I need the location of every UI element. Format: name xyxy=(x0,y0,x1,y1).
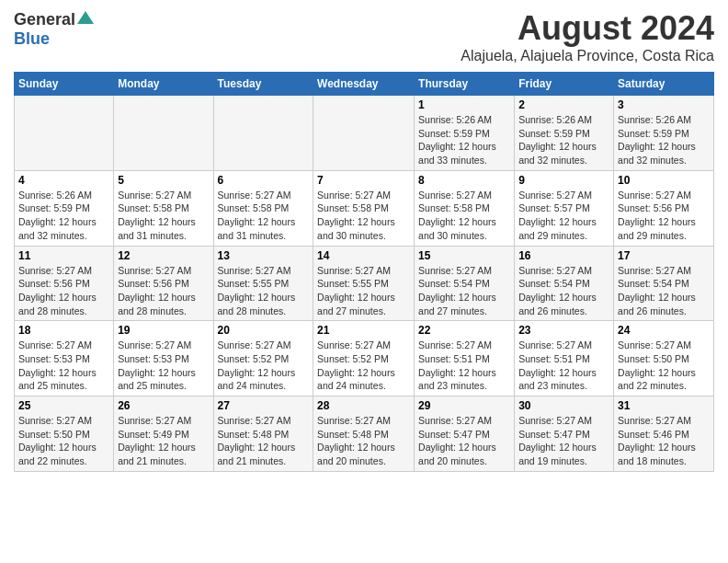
calendar-cell: 9Sunrise: 5:27 AM Sunset: 5:57 PM Daylig… xyxy=(515,170,614,246)
calendar-cell: 4Sunrise: 5:26 AM Sunset: 5:59 PM Daylig… xyxy=(15,170,114,246)
header-day-thursday: Thursday xyxy=(415,73,515,96)
calendar-cell: 14Sunrise: 5:27 AM Sunset: 5:55 PM Dayli… xyxy=(313,246,415,321)
logo-blue: Blue xyxy=(14,29,50,49)
day-info: Sunrise: 5:27 AM Sunset: 5:58 PM Dayligh… xyxy=(418,189,510,243)
day-info: Sunrise: 5:27 AM Sunset: 5:56 PM Dayligh… xyxy=(18,264,109,318)
calendar-cell xyxy=(213,96,313,171)
header-day-tuesday: Tuesday xyxy=(213,73,313,96)
day-info: Sunrise: 5:27 AM Sunset: 5:56 PM Dayligh… xyxy=(618,189,710,243)
header-day-saturday: Saturday xyxy=(614,73,714,96)
calendar-cell: 26Sunrise: 5:27 AM Sunset: 5:49 PM Dayli… xyxy=(114,396,213,472)
calendar-cell: 3Sunrise: 5:26 AM Sunset: 5:59 PM Daylig… xyxy=(614,96,714,171)
day-info: Sunrise: 5:26 AM Sunset: 5:59 PM Dayligh… xyxy=(18,189,109,243)
day-number: 9 xyxy=(518,174,609,187)
day-number: 21 xyxy=(317,324,410,337)
day-number: 31 xyxy=(618,399,710,412)
calendar-cell xyxy=(15,96,114,171)
day-number: 30 xyxy=(518,399,609,412)
day-number: 29 xyxy=(418,399,510,412)
svg-marker-0 xyxy=(77,11,94,24)
day-info: Sunrise: 5:27 AM Sunset: 5:51 PM Dayligh… xyxy=(418,339,510,393)
day-number: 18 xyxy=(18,324,109,337)
day-info: Sunrise: 5:27 AM Sunset: 5:49 PM Dayligh… xyxy=(118,414,209,468)
logo-icon xyxy=(77,9,94,26)
calendar-cell: 29Sunrise: 5:27 AM Sunset: 5:47 PM Dayli… xyxy=(415,396,515,472)
day-number: 28 xyxy=(317,399,410,412)
calendar-cell: 13Sunrise: 5:27 AM Sunset: 5:55 PM Dayli… xyxy=(213,246,313,321)
day-number: 8 xyxy=(418,174,510,187)
day-number: 14 xyxy=(317,249,410,262)
day-info: Sunrise: 5:27 AM Sunset: 5:47 PM Dayligh… xyxy=(418,414,510,468)
calendar-week-row: 25Sunrise: 5:27 AM Sunset: 5:50 PM Dayli… xyxy=(15,396,714,472)
day-info: Sunrise: 5:27 AM Sunset: 5:58 PM Dayligh… xyxy=(317,189,410,243)
day-info: Sunrise: 5:27 AM Sunset: 5:52 PM Dayligh… xyxy=(317,339,410,393)
calendar-cell: 25Sunrise: 5:27 AM Sunset: 5:50 PM Dayli… xyxy=(15,396,114,472)
calendar-week-row: 4Sunrise: 5:26 AM Sunset: 5:59 PM Daylig… xyxy=(15,170,714,246)
day-info: Sunrise: 5:26 AM Sunset: 5:59 PM Dayligh… xyxy=(518,113,609,167)
day-number: 7 xyxy=(317,174,410,187)
calendar-cell: 28Sunrise: 5:27 AM Sunset: 5:48 PM Dayli… xyxy=(313,396,415,472)
day-info: Sunrise: 5:27 AM Sunset: 5:55 PM Dayligh… xyxy=(317,264,410,318)
calendar-cell: 17Sunrise: 5:27 AM Sunset: 5:54 PM Dayli… xyxy=(614,246,714,321)
calendar-cell: 23Sunrise: 5:27 AM Sunset: 5:51 PM Dayli… xyxy=(515,321,614,396)
day-number: 24 xyxy=(618,324,710,337)
calendar-cell: 22Sunrise: 5:27 AM Sunset: 5:51 PM Dayli… xyxy=(415,321,515,396)
day-number: 12 xyxy=(118,249,209,262)
day-number: 20 xyxy=(218,324,310,337)
calendar-cell: 21Sunrise: 5:27 AM Sunset: 5:52 PM Dayli… xyxy=(313,321,415,396)
day-info: Sunrise: 5:27 AM Sunset: 5:48 PM Dayligh… xyxy=(218,414,310,468)
calendar-cell: 5Sunrise: 5:27 AM Sunset: 5:58 PM Daylig… xyxy=(114,170,213,246)
day-number: 13 xyxy=(218,249,310,262)
day-number: 15 xyxy=(418,249,510,262)
calendar-cell: 6Sunrise: 5:27 AM Sunset: 5:58 PM Daylig… xyxy=(213,170,313,246)
day-info: Sunrise: 5:27 AM Sunset: 5:46 PM Dayligh… xyxy=(618,414,710,468)
day-number: 25 xyxy=(18,399,109,412)
logo: General Blue xyxy=(14,9,94,49)
calendar-cell: 15Sunrise: 5:27 AM Sunset: 5:54 PM Dayli… xyxy=(415,246,515,321)
day-number: 23 xyxy=(518,324,609,337)
day-number: 2 xyxy=(518,98,609,111)
day-info: Sunrise: 5:27 AM Sunset: 5:58 PM Dayligh… xyxy=(118,189,209,243)
day-info: Sunrise: 5:27 AM Sunset: 5:57 PM Dayligh… xyxy=(518,189,609,243)
calendar-cell: 8Sunrise: 5:27 AM Sunset: 5:58 PM Daylig… xyxy=(415,170,515,246)
day-info: Sunrise: 5:27 AM Sunset: 5:54 PM Dayligh… xyxy=(618,264,710,318)
day-info: Sunrise: 5:27 AM Sunset: 5:52 PM Dayligh… xyxy=(218,339,310,393)
header-day-sunday: Sunday xyxy=(15,73,114,96)
calendar-cell: 7Sunrise: 5:27 AM Sunset: 5:58 PM Daylig… xyxy=(313,170,415,246)
day-info: Sunrise: 5:27 AM Sunset: 5:54 PM Dayligh… xyxy=(418,264,510,318)
calendar-cell: 24Sunrise: 5:27 AM Sunset: 5:50 PM Dayli… xyxy=(614,321,714,396)
day-info: Sunrise: 5:27 AM Sunset: 5:58 PM Dayligh… xyxy=(218,189,310,243)
calendar-cell xyxy=(114,96,213,171)
month-year-title: August 2024 xyxy=(461,9,714,48)
calendar-week-row: 1Sunrise: 5:26 AM Sunset: 5:59 PM Daylig… xyxy=(15,96,714,171)
day-number: 19 xyxy=(118,324,209,337)
day-info: Sunrise: 5:26 AM Sunset: 5:59 PM Dayligh… xyxy=(418,113,510,167)
day-number: 10 xyxy=(618,174,710,187)
calendar-cell: 2Sunrise: 5:26 AM Sunset: 5:59 PM Daylig… xyxy=(515,96,614,171)
calendar-week-row: 11Sunrise: 5:27 AM Sunset: 5:56 PM Dayli… xyxy=(15,246,714,321)
day-info: Sunrise: 5:27 AM Sunset: 5:56 PM Dayligh… xyxy=(118,264,209,318)
calendar-cell: 30Sunrise: 5:27 AM Sunset: 5:47 PM Dayli… xyxy=(515,396,614,472)
header-day-friday: Friday xyxy=(515,73,614,96)
day-number: 17 xyxy=(618,249,710,262)
day-number: 27 xyxy=(218,399,310,412)
logo-general: General xyxy=(14,10,75,29)
day-info: Sunrise: 5:27 AM Sunset: 5:53 PM Dayligh… xyxy=(18,339,109,393)
day-info: Sunrise: 5:27 AM Sunset: 5:51 PM Dayligh… xyxy=(518,339,609,393)
day-number: 11 xyxy=(18,249,109,262)
calendar-cell: 16Sunrise: 5:27 AM Sunset: 5:54 PM Dayli… xyxy=(515,246,614,321)
calendar-week-row: 18Sunrise: 5:27 AM Sunset: 5:53 PM Dayli… xyxy=(15,321,714,396)
calendar-cell: 11Sunrise: 5:27 AM Sunset: 5:56 PM Dayli… xyxy=(15,246,114,321)
page-header: General Blue August 2024 Alajuela, Alaju… xyxy=(14,9,714,64)
day-number: 16 xyxy=(518,249,609,262)
calendar-cell xyxy=(313,96,415,171)
day-info: Sunrise: 5:27 AM Sunset: 5:48 PM Dayligh… xyxy=(317,414,410,468)
day-info: Sunrise: 5:27 AM Sunset: 5:50 PM Dayligh… xyxy=(618,339,710,393)
day-number: 26 xyxy=(118,399,209,412)
calendar-table: SundayMondayTuesdayWednesdayThursdayFrid… xyxy=(14,72,714,472)
day-info: Sunrise: 5:27 AM Sunset: 5:53 PM Dayligh… xyxy=(118,339,209,393)
day-info: Sunrise: 5:27 AM Sunset: 5:47 PM Dayligh… xyxy=(518,414,609,468)
location-title: Alajuela, Alajuela Province, Costa Rica xyxy=(461,48,714,64)
calendar-header-row: SundayMondayTuesdayWednesdayThursdayFrid… xyxy=(15,73,714,96)
calendar-cell: 27Sunrise: 5:27 AM Sunset: 5:48 PM Dayli… xyxy=(213,396,313,472)
